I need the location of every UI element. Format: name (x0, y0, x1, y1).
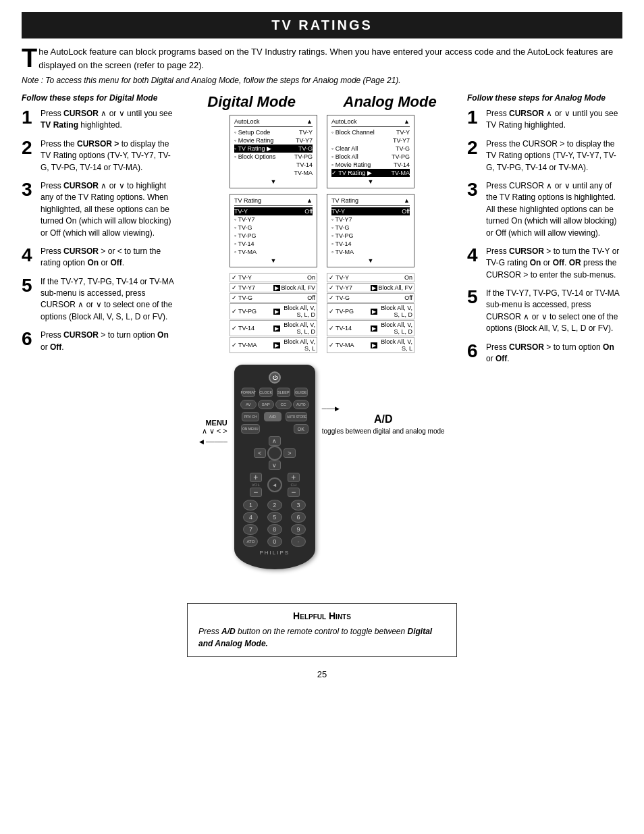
screen-row: ◦ TV-MA (234, 248, 313, 256)
sap-button[interactable]: SAP (258, 400, 274, 409)
screen-row-highlighted: TV-YOff (331, 207, 410, 215)
analog-section-header: Follow these steps for Analog Mode (467, 93, 622, 103)
digital-section-header: Follow these steps for Digital Mode (22, 93, 177, 103)
menu-annotation: MENU ∧ ∨ < > ◀ ───── (199, 365, 227, 445)
clock-button[interactable]: CLOCK (259, 388, 273, 397)
num-6-button[interactable]: 6 (291, 512, 306, 523)
analog-rating-table: ✓TV-YOn ✓TV-Y7▶Block All, FV ✓TV-GOff ✓T… (327, 273, 414, 354)
cursor-center[interactable] (267, 446, 282, 461)
ch-plus-button[interactable]: + (288, 473, 300, 482)
num-ato-button[interactable]: ATO (243, 536, 258, 547)
ad-subtext: toggles between digital and analog mode (322, 427, 445, 436)
cursor-left-button[interactable]: < (254, 448, 266, 458)
mode-headers: Digital Mode Analog Mode (184, 93, 460, 111)
power-button[interactable]: ⏻ (269, 371, 281, 384)
step-text-2: Press the CURSOR > to display the TV Rat… (41, 138, 177, 174)
step-number-2: 2 (467, 138, 482, 157)
step-text-2: Press the CURSOR > to display the TV Rat… (486, 138, 622, 174)
mute-button[interactable]: ◄ (267, 477, 282, 492)
av-button[interactable]: AV (240, 400, 257, 409)
num-8-button[interactable]: 8 (267, 524, 282, 535)
screen-row: ◦ Movie RatingTV-14 (331, 161, 410, 169)
analog-autolock-screen: AutoLock▲ ◦ Block ChannelTV-Y TV-Y7 ◦ Cl… (327, 115, 414, 188)
screen-arrow-down: ▼ (331, 178, 410, 185)
num-7-button[interactable]: 7 (243, 524, 258, 535)
guide-button[interactable]: GUIDE (294, 388, 308, 397)
screen-row: ◦ Movie RatingTV-Y7 (234, 136, 313, 145)
step-text-5: If the TV-Y7, TV-PG, TV-14 or TV-MA sub-… (41, 276, 177, 323)
vol-plus-button[interactable]: + (250, 473, 262, 482)
table-row: ✓TV-PG▶Block All, V, S, L, D (230, 303, 317, 319)
prev-ch-button[interactable]: PRV CH (242, 412, 259, 421)
num-0-button[interactable]: 0 (267, 536, 282, 547)
step-item: 4 Press CURSOR > to turn the TV-Y or TV-… (467, 246, 622, 281)
table-row: ✓TV-MA▶Block All, V, S, L (327, 337, 414, 353)
cursor-down-button[interactable]: ∨ (269, 461, 281, 470)
step-item: 1 Press CURSOR ∧ or ∨ until you see TV R… (22, 108, 177, 132)
cc-button[interactable]: CC (275, 400, 292, 409)
ok-button[interactable]: OK (294, 424, 308, 434)
auto-button[interactable]: AUTO (293, 400, 309, 409)
digital-tvrating-screen: TV Rating▲ TV-YOff ◦ TV-Y7 ◦ TV-G ◦ TV-P… (230, 194, 317, 267)
step-text-1: Press CURSOR ∧ or ∨ until you see TV Rat… (41, 108, 177, 132)
intro-paragraph: T he AutoLock feature can block programs… (22, 45, 622, 72)
cursor-right-button[interactable]: > (284, 448, 296, 458)
table-row: ✓TV-MA▶Block All, V, S, L (230, 337, 317, 353)
analog-mode-title: Analog Mode (344, 93, 437, 111)
table-row: ✓TV-14▶Block All, V, S, L, D (327, 320, 414, 336)
ch-minus-button[interactable]: − (288, 488, 300, 497)
screen-arrow-down: ▼ (234, 178, 313, 185)
analog-tvrating-screen: TV Rating▲ TV-YOff ◦ TV-Y7 ◦ TV-G ◦ TV-P… (327, 194, 414, 267)
num-4-button[interactable]: 4 (243, 512, 258, 523)
analog-steps: 1 Press CURSOR ∧ or ∨ until you see TV R… (467, 108, 622, 365)
hints-title: Helpful Hints (198, 610, 446, 621)
remote-control: ⏻ FORMAT CLOCK SLEEP GUIDE AV SAP CC A (234, 365, 315, 569)
step-item: 5 If the TV-Y7, TV-PG, TV-14 or TV-MA su… (22, 276, 177, 323)
screen-row: TV-Y7 (331, 136, 410, 145)
num-9-button[interactable]: 9 (291, 524, 306, 535)
brand-label: PHILIPS (259, 550, 290, 556)
screen-row: ◦ TV-G (331, 224, 410, 232)
cursor-cross: ∧ < > ∨ (240, 436, 310, 470)
screen-row-highlighted: ◦ TV Rating ▶TV-G (234, 145, 313, 153)
vol-minus-button[interactable]: − (250, 488, 262, 497)
screen-title: TV Rating▲ (331, 197, 410, 206)
step-number-5: 5 (22, 276, 36, 295)
format-button[interactable]: FORMAT (242, 388, 255, 397)
step-item: 3 Press CURSOR ∧ or ∨ until any of the T… (467, 180, 622, 239)
step-number-4: 4 (467, 246, 482, 265)
ad-annotation: ───▶ A/D toggles between digital and ana… (322, 365, 445, 436)
num-1-button[interactable]: 1 (243, 500, 258, 511)
on-menu-button[interactable]: ON MENU (241, 424, 260, 434)
ad-button[interactable]: A/D (264, 412, 281, 421)
step-item: 6 Press CURSOR > to turn option On or Of… (467, 342, 622, 365)
step-number-1: 1 (22, 108, 36, 127)
screen-title: AutoLock▲ (234, 118, 313, 127)
num-3-button[interactable]: 3 (291, 500, 306, 511)
num-dot-button[interactable]: · (291, 536, 306, 547)
auto-store-button[interactable]: AUTO STORE (286, 412, 307, 421)
step-text-6: Press CURSOR > to turn option On or Off. (486, 342, 622, 365)
cursor-up-button[interactable]: ∧ (269, 436, 281, 446)
num-5-button[interactable]: 5 (267, 512, 282, 523)
tvrating-screens-row: TV Rating▲ TV-YOff ◦ TV-Y7 ◦ TV-G ◦ TV-P… (230, 194, 414, 267)
screen-row: ◦ Clear AllTV-G (331, 145, 410, 153)
step-number-3: 3 (22, 180, 36, 199)
sleep-button[interactable]: SLEEP (277, 388, 290, 397)
table-row: ✓TV-GOff (327, 293, 414, 303)
screen-arrow-down: ▼ (234, 257, 313, 264)
hints-box: Helpful Hints Press A/D button on the re… (187, 603, 457, 657)
screen-row: ◦ TV-MA (331, 248, 410, 256)
num-2-button[interactable]: 2 (267, 500, 282, 511)
screen-row-highlighted: TV-YOff (234, 207, 313, 215)
screen-row-highlighted: ✓ TV Rating ▶TV-MA (331, 169, 410, 177)
hints-text: Press A/D button on the remote control t… (198, 625, 446, 650)
digital-rating-table: ✓TV-YOn ✓TV-Y7▶Block All, FV ✓TV-GOff ✓T… (230, 273, 317, 354)
screen-row: ◦ TV-PG (331, 232, 410, 240)
digital-autolock-screen: AutoLock▲ ◦ Setup CodeTV-Y ◦ Movie Ratin… (230, 115, 317, 188)
table-row: ✓TV-GOff (230, 293, 317, 303)
screen-row: ◦ Block ChannelTV-Y (331, 128, 410, 136)
step-number-3: 3 (467, 180, 482, 199)
screen-row: TV-14 (234, 161, 313, 169)
step-text-4: Press CURSOR > or < to turn the rating o… (41, 246, 177, 269)
